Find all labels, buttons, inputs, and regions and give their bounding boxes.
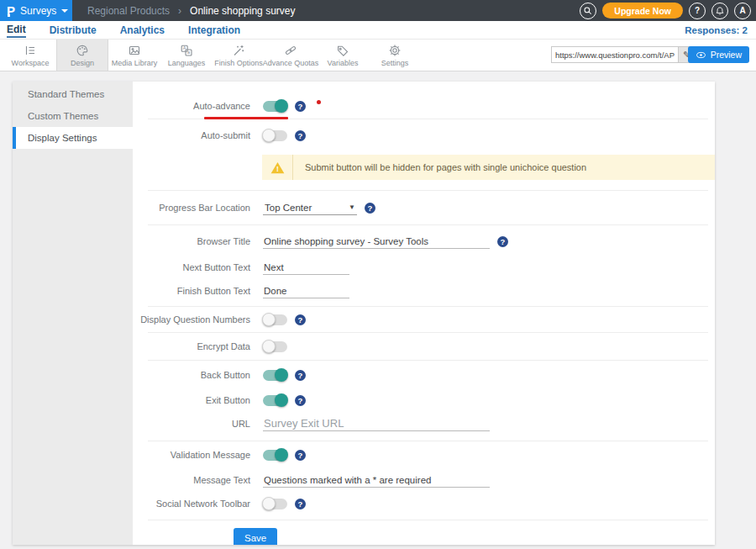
toolbar-item-settings[interactable]: Settings xyxy=(369,40,421,71)
auto-submit-toggle[interactable] xyxy=(263,130,287,141)
display-settings-panel: Standard Themes Custom Themes Display Se… xyxy=(13,82,715,545)
svg-text:!: ! xyxy=(276,165,279,173)
auto-advance-toggle[interactable] xyxy=(263,101,287,112)
auto-advance-row: Auto-advance xyxy=(133,93,715,119)
nav-tab-analytics[interactable]: Analytics xyxy=(120,23,165,37)
progress-bar-location-label: Progress Bar Location xyxy=(133,203,250,213)
auto-submit-label: Auto-submit xyxy=(133,130,250,140)
themes-sidebar: Standard Themes Custom Themes Display Se… xyxy=(13,82,133,545)
next-button-text-input[interactable] xyxy=(263,261,349,275)
auto-advance-help-icon[interactable] xyxy=(295,101,306,112)
social-network-toolbar-help-icon[interactable] xyxy=(295,499,306,509)
nav-tab-edit[interactable]: Edit xyxy=(7,22,26,38)
select-arrow-icon xyxy=(349,203,355,211)
toolbar-item-languages[interactable]: Aa Languages xyxy=(160,40,213,71)
progress-bar-help-icon[interactable] xyxy=(365,203,375,214)
auto-advance-label: Auto-advance xyxy=(133,101,250,111)
toolbar-item-finish-options[interactable]: Finish Options xyxy=(213,40,265,71)
message-text-label: Message Text xyxy=(133,475,250,485)
progress-bar-location-select[interactable]: Top Center xyxy=(263,201,357,215)
save-row: Save xyxy=(133,520,715,545)
toolbar-item-workspace[interactable]: Workspace xyxy=(4,40,56,71)
back-button-row: Back Button xyxy=(133,361,715,389)
top-header: P Surveys Regional Products › Online sho… xyxy=(0,0,756,21)
browser-title-label: Browser Title xyxy=(133,236,250,246)
exit-url-row: URL xyxy=(133,411,715,436)
next-button-text-label: Next Button Text xyxy=(133,262,250,272)
sidebar-item-custom-themes[interactable]: Custom Themes xyxy=(13,105,133,127)
toolbar-item-media-library[interactable]: Media Library xyxy=(108,40,160,71)
notifications-bell-icon[interactable] xyxy=(711,3,728,19)
browser-title-input[interactable] xyxy=(263,235,490,249)
nav-tab-integration[interactable]: Integration xyxy=(188,23,240,37)
back-button-help-icon[interactable] xyxy=(295,370,306,381)
toolbar-item-variables[interactable]: Variables xyxy=(317,40,369,71)
sidebar-item-standard-themes[interactable]: Standard Themes xyxy=(13,83,133,105)
survey-section-nav: Edit Distribute Analytics Integration Re… xyxy=(0,21,756,40)
encrypt-data-row: Encrypt Data xyxy=(133,333,715,360)
breadcrumb-parent[interactable]: Regional Products xyxy=(87,5,170,17)
toolbar-item-design[interactable]: Design xyxy=(56,40,108,71)
submit-hidden-warning: ! Submit button will be hidden for pages… xyxy=(262,155,715,180)
design-palette-icon xyxy=(76,44,89,57)
exit-button-row: Exit Button xyxy=(133,389,715,411)
finish-button-text-input[interactable] xyxy=(263,284,349,298)
avatar[interactable]: A xyxy=(734,3,751,19)
sidebar-item-display-settings[interactable]: Display Settings xyxy=(13,127,133,149)
help-icon[interactable]: ? xyxy=(689,3,706,19)
progress-bar-location-row: Progress Bar Location Top Center xyxy=(133,191,715,224)
upgrade-now-button[interactable]: Upgrade Now xyxy=(602,3,683,18)
social-network-toolbar-row: Social Network Toolbar xyxy=(133,492,715,515)
message-text-row: Message Text xyxy=(133,468,715,492)
exit-url-input[interactable] xyxy=(263,417,490,431)
warning-triangle-icon: ! xyxy=(262,161,292,174)
questionpro-logo-icon: P xyxy=(7,4,15,17)
next-button-text-row: Next Button Text xyxy=(133,256,715,279)
message-text-input[interactable] xyxy=(263,473,490,488)
surveys-app-menu[interactable]: P Surveys xyxy=(0,0,72,21)
display-question-numbers-help-icon[interactable] xyxy=(295,314,306,325)
auto-submit-row: Auto-submit xyxy=(133,119,715,151)
display-question-numbers-label: Display Question Numbers xyxy=(133,314,250,325)
auto-submit-help-icon[interactable] xyxy=(295,130,306,141)
breadcrumb-current: Online shopping survey xyxy=(190,5,295,17)
display-question-numbers-row: Display Question Numbers xyxy=(133,307,715,332)
workspace-icon xyxy=(24,44,37,57)
warning-text: Submit button will be hidden for pages w… xyxy=(293,162,586,172)
validation-message-help-icon[interactable] xyxy=(295,450,306,461)
variables-tag-icon xyxy=(336,44,349,57)
validation-message-label: Validation Message xyxy=(133,450,250,460)
divider xyxy=(148,224,708,225)
browser-title-row: Browser Title xyxy=(133,227,715,256)
validation-message-row: Validation Message xyxy=(133,441,715,468)
display-settings-form: Auto-advance Auto-submit ! Submit button… xyxy=(133,82,715,545)
survey-share-url-field: ✎ xyxy=(551,46,696,63)
chevron-down-icon xyxy=(61,9,68,13)
back-button-toggle[interactable] xyxy=(263,370,287,381)
responses-count[interactable]: Responses: 2 xyxy=(685,25,748,35)
encrypt-data-label: Encrypt Data xyxy=(133,341,250,351)
display-question-numbers-toggle[interactable] xyxy=(263,314,287,325)
exit-button-help-icon[interactable] xyxy=(295,395,306,406)
browser-title-help-icon[interactable] xyxy=(497,236,508,247)
finish-button-text-label: Finish Button Text xyxy=(133,286,250,296)
exit-button-toggle[interactable] xyxy=(263,395,287,406)
app-menu-label: Surveys xyxy=(20,5,56,17)
nav-tab-distribute[interactable]: Distribute xyxy=(50,23,97,37)
toolbar-item-advance-quotas[interactable]: Advance Quotas xyxy=(265,40,317,71)
eye-icon xyxy=(696,50,706,61)
exit-button-label: Exit Button xyxy=(133,395,250,405)
encrypt-data-toggle[interactable] xyxy=(263,341,287,352)
exit-url-label: URL xyxy=(133,419,250,429)
search-icon[interactable] xyxy=(580,3,596,19)
save-button[interactable]: Save xyxy=(234,528,277,545)
media-library-icon xyxy=(128,44,141,57)
languages-icon: Aa xyxy=(180,44,193,57)
preview-button[interactable]: Preview xyxy=(688,46,749,63)
survey-url-input[interactable] xyxy=(552,47,678,62)
breadcrumb-separator: › xyxy=(178,5,181,17)
validation-message-toggle[interactable] xyxy=(263,450,287,461)
social-network-toolbar-toggle[interactable] xyxy=(263,499,287,509)
back-button-label: Back Button xyxy=(133,370,250,380)
svg-text:a: a xyxy=(187,50,191,55)
